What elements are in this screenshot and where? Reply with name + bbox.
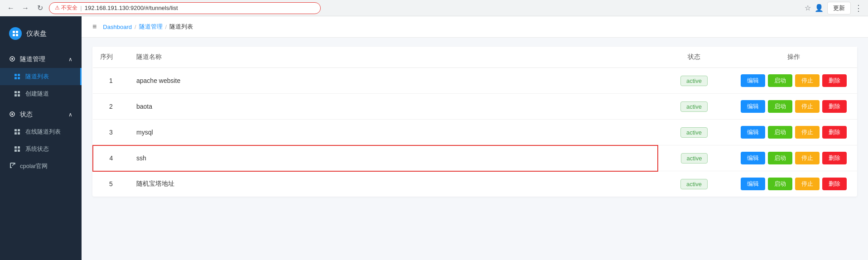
delete-button[interactable]: 删除 xyxy=(822,152,847,164)
start-button[interactable]: 启动 xyxy=(768,74,792,87)
start-button[interactable]: 启动 xyxy=(768,178,792,190)
more-icon[interactable]: ⋮ xyxy=(854,3,863,13)
create-tunnel-icon xyxy=(14,90,21,97)
cell-status: active xyxy=(658,120,730,145)
table-body: 1apache websiteactive编辑启动停止删除2baotaactiv… xyxy=(93,68,857,197)
action-buttons: 编辑启动停止删除 xyxy=(738,152,850,164)
svg-rect-18 xyxy=(14,132,17,135)
action-buttons: 编辑启动停止删除 xyxy=(738,100,850,113)
svg-rect-17 xyxy=(18,129,20,131)
delete-button[interactable]: 删除 xyxy=(822,100,847,113)
sidebar-item-create-tunnel[interactable]: 创建隧道 xyxy=(0,85,82,102)
cell-status: active xyxy=(658,145,730,171)
breadcrumb-bar: ≡ Dashboard / 隧道管理 / 隧道列表 xyxy=(82,16,868,38)
header-actions: 操作 xyxy=(730,47,857,68)
svg-rect-10 xyxy=(14,91,17,93)
svg-rect-13 xyxy=(18,94,20,96)
cell-seq: 5 xyxy=(93,171,129,197)
cell-name: 随机宝塔地址 xyxy=(129,171,658,197)
sidebar-item-online-tunnel[interactable]: 在线隧道列表 xyxy=(0,123,82,140)
tunnel-list-label: 隧道列表 xyxy=(25,72,49,81)
cell-status: active xyxy=(658,68,730,94)
svg-rect-19 xyxy=(18,132,20,135)
stop-button[interactable]: 停止 xyxy=(795,178,820,190)
edit-button[interactable]: 编辑 xyxy=(741,178,765,190)
stop-button[interactable]: 停止 xyxy=(795,74,820,87)
delete-button[interactable]: 删除 xyxy=(822,74,847,87)
cell-status: active xyxy=(658,94,730,120)
svg-rect-22 xyxy=(14,149,17,152)
action-buttons: 编辑启动停止删除 xyxy=(738,74,850,87)
table-header-row: 序列 隧道名称 状态 操作 xyxy=(93,47,857,68)
header-status: 状态 xyxy=(658,47,730,68)
update-button[interactable]: 更新 xyxy=(827,2,851,14)
stop-button[interactable]: 停止 xyxy=(795,100,820,113)
security-warning: ⚠ 不安全 xyxy=(55,4,77,12)
start-button[interactable]: 启动 xyxy=(768,100,792,113)
svg-rect-8 xyxy=(14,77,17,79)
edit-button[interactable]: 编辑 xyxy=(741,152,765,164)
stop-button[interactable]: 停止 xyxy=(795,126,820,139)
breadcrumb-tunnel-management[interactable]: 隧道管理 xyxy=(139,23,163,31)
table-row: 1apache websiteactive编辑启动停止删除 xyxy=(93,68,857,94)
status-section-expand-icon: ∧ xyxy=(68,111,72,118)
cell-name: mysql xyxy=(129,120,658,145)
forward-button[interactable]: → xyxy=(20,3,31,14)
svg-point-5 xyxy=(11,58,13,60)
sidebar-external-link[interactable]: cpolar官网 xyxy=(0,158,82,175)
cell-action: 编辑启动停止删除 xyxy=(730,171,857,197)
cell-action: 编辑启动停止删除 xyxy=(730,120,857,145)
sidebar-section-header-tunnel[interactable]: 隧道管理 ∧ xyxy=(0,51,82,68)
table-row: 5随机宝塔地址active编辑启动停止删除 xyxy=(93,171,857,197)
menu-icon[interactable]: ≡ xyxy=(92,23,96,31)
edit-button[interactable]: 编辑 xyxy=(741,74,765,87)
start-button[interactable]: 启动 xyxy=(768,152,792,164)
breadcrumb-sep-1: / xyxy=(135,24,136,30)
sidebar-item-tunnel-list[interactable]: 隧道列表 xyxy=(0,68,82,85)
sidebar-logo[interactable]: 仪表盘 xyxy=(0,20,82,47)
svg-rect-6 xyxy=(14,74,17,76)
cell-seq: 4 xyxy=(93,145,129,171)
cell-seq: 2 xyxy=(93,94,129,120)
svg-rect-16 xyxy=(14,129,17,131)
start-button[interactable]: 启动 xyxy=(768,126,792,139)
cell-name: baota xyxy=(129,94,658,120)
sidebar-item-system-status[interactable]: 系统状态 xyxy=(0,140,82,158)
sidebar-section-header-status[interactable]: 状态 ∧ xyxy=(0,106,82,123)
stop-button[interactable]: 停止 xyxy=(795,152,820,164)
tunnel-section-icon xyxy=(9,56,15,63)
table-row: 2baotaactive编辑启动停止删除 xyxy=(93,94,857,120)
warning-text: 不安全 xyxy=(61,5,77,11)
header-seq: 序列 xyxy=(93,47,129,68)
bookmark-icon[interactable]: ☆ xyxy=(805,4,811,12)
cell-name: ssh xyxy=(129,145,658,171)
action-buttons: 编辑启动停止删除 xyxy=(738,178,850,190)
tunnel-table: 序列 隧道名称 状态 操作 1apache websiteactive编辑启动停… xyxy=(92,47,857,197)
system-status-label: 系统状态 xyxy=(25,145,49,153)
cell-action: 编辑启动停止删除 xyxy=(730,145,857,171)
breadcrumb-sep-2: / xyxy=(165,24,167,30)
tunnel-section-label: 隧道管理 xyxy=(20,55,45,63)
tunnel-list-icon xyxy=(14,73,21,80)
cell-seq: 3 xyxy=(93,120,129,145)
delete-button[interactable]: 删除 xyxy=(822,178,847,190)
status-badge: active xyxy=(680,179,708,189)
back-button[interactable]: ← xyxy=(5,3,16,14)
edit-button[interactable]: 编辑 xyxy=(741,126,765,139)
svg-rect-2 xyxy=(13,34,15,36)
edit-button[interactable]: 编辑 xyxy=(741,100,765,113)
app-layout: 仪表盘 隧道管理 ∧ xyxy=(0,16,868,260)
svg-rect-12 xyxy=(14,94,17,96)
svg-rect-11 xyxy=(18,91,20,93)
delete-button[interactable]: 删除 xyxy=(822,126,847,139)
table-area: 序列 隧道名称 状态 操作 1apache websiteactive编辑启动停… xyxy=(82,38,868,206)
address-bar[interactable]: ⚠ 不安全 | 192.168.191.130:9200/#/tunnels/l… xyxy=(49,2,321,14)
warning-icon: ⚠ xyxy=(55,5,60,11)
status-badge: active xyxy=(680,127,708,138)
breadcrumb-dashboard[interactable]: Dashboard xyxy=(103,24,132,30)
reload-button[interactable]: ↻ xyxy=(34,3,45,14)
table-head: 序列 隧道名称 状态 操作 xyxy=(93,47,857,68)
profile-icon[interactable]: 👤 xyxy=(815,4,824,12)
svg-rect-7 xyxy=(18,74,20,76)
external-link-label: cpolar官网 xyxy=(20,162,48,170)
